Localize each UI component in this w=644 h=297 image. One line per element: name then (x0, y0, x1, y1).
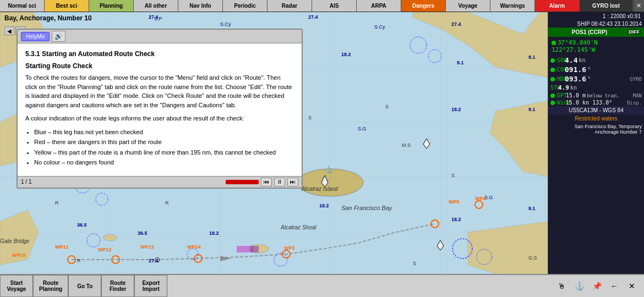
route-planning-label: Route (43, 280, 58, 286)
help-paragraph1: To check the routes for dangers, move th… (25, 73, 294, 109)
top-navigation: Normal sci Best sci Planning All other N… (0, 0, 644, 12)
help-list: Blue – this leg has not yet been checked… (34, 128, 294, 167)
cursor-icon[interactable]: 🖱 (555, 279, 568, 293)
scale-value: 1 : 22000 x0.91 (603, 13, 641, 19)
ship-time: SHIP 08:42:43 23.10.2014 (548, 20, 644, 28)
route-planning-label2: Planning (39, 286, 62, 292)
pos-label: POS1 (CCRP) (572, 29, 607, 35)
dpt-row: DPT 15.0 m below tran. MAN (548, 92, 644, 99)
dpt-extra: MAN (633, 93, 642, 98)
progress-bar (226, 180, 259, 184)
pos-diff: DIFF (627, 29, 641, 35)
hdg-row: HDG 093.6 ° GYRO (548, 74, 644, 84)
map-title: Bay, Anchorage, Number 10 (4, 14, 92, 22)
go-to-button[interactable]: Go To (68, 275, 101, 297)
nav-radar[interactable]: Radar (268, 0, 312, 12)
wind-label: Wind (557, 100, 565, 106)
lon-line: 122°27.145'W (552, 46, 641, 53)
hdg-unit: ° (587, 76, 591, 82)
datum-bar: US5CA13M - WGS 84 (548, 106, 644, 114)
nav-planning[interactable]: Planning (89, 0, 134, 12)
sog-row: SOG 4.4 kn (548, 56, 644, 65)
bookmark-icon[interactable]: 📌 (590, 279, 603, 293)
nav-arpa[interactable]: ARPA (357, 0, 401, 12)
help-title2: Starting Route Check (25, 61, 294, 71)
hdg-extra: GYRO (630, 76, 642, 82)
start-voyage-button[interactable]: Start Voyage (0, 275, 33, 297)
wind-extra: Disp. (627, 100, 642, 106)
start-voyage-label: Start (10, 280, 23, 286)
right-panel: 1 : 22000 x0.91 SHIP 08:42:43 23.10.2014… (548, 12, 644, 274)
help-paragraph2: A colour indication of the route legs in… (25, 114, 294, 123)
lat-value: 37°49.040'N (558, 39, 598, 46)
nav-gyro-lost[interactable]: GYRO lost (580, 0, 633, 12)
arrow-left-icon[interactable]: ← (608, 279, 621, 293)
cog-value: 091.6 (565, 65, 586, 74)
nav-best-sci[interactable]: Best sci (45, 0, 89, 12)
close-button[interactable]: ✕ (633, 0, 644, 12)
sog-dot (550, 58, 555, 63)
stw-unit: kn (570, 85, 577, 91)
nav-nav-info[interactable]: Nav Info (178, 0, 223, 12)
wind-row: Wind 15.0 kn 133.0° Disp. (548, 99, 644, 106)
nav-warnings[interactable]: Warnings (490, 0, 535, 12)
help-dialog-footer: 1 / 1 ⏮ ⏸ ⏭ (18, 176, 302, 188)
help-dialog-titlebar: HelpMe 🔊 (21, 31, 66, 42)
helpme-button[interactable]: HelpMe (21, 32, 50, 41)
wind-value: 15.0 kn 133.0° (566, 100, 612, 106)
anchor-icon[interactable]: ⚓ (572, 279, 586, 293)
map-area[interactable]: S.P S.Cy S.Cy S.G M.S S S S S S.G S R R … (0, 12, 548, 274)
help-dialog-header: HelpMe 🔊 (18, 30, 302, 43)
help-title1: 5.3.1 Starting an Automated Route Check (25, 49, 294, 59)
help-list-item-4: No colour – no dangers found (34, 158, 294, 167)
dpt-dot (550, 94, 555, 98)
page-indicator: 1 / 1 (21, 179, 31, 185)
route-planning-button[interactable]: Route Planning (33, 275, 68, 297)
export-import-label: Export (142, 280, 160, 286)
nav-voyage[interactable]: Voyage (446, 0, 490, 12)
coords: 37°49.040'N 122°27.145'W (548, 37, 644, 56)
cog-dot (550, 68, 555, 72)
nav-ais[interactable]: AIS (312, 0, 357, 12)
help-dialog-content: 5.3.1 Starting an Automated Route Check … (18, 43, 302, 176)
stw-value: 4.9 (558, 84, 569, 91)
hdg-dot (550, 77, 555, 81)
nav-alarm[interactable]: Alarm (535, 0, 580, 12)
nav-back-button[interactable]: ◀ (4, 26, 14, 35)
bottom-toolbar: Start Voyage Route Planning Go To Route … (0, 274, 644, 297)
footer-prev-button[interactable]: ⏮ (261, 178, 272, 186)
cog-unit: ° (587, 67, 591, 73)
bottom-right-icons: 🖱 ⚓ 📌 ← ✕ (555, 275, 644, 297)
pos-panel: POS1 (CCRP) DIFF (548, 28, 644, 37)
start-voyage-label2: Voyage (7, 286, 26, 292)
nav-dangers[interactable]: Dangers (401, 0, 446, 12)
cog-row: COG 091.6 ° (548, 65, 644, 74)
dpt-label: DPT (557, 92, 565, 98)
help-list-item-3: Yellow – this part of the route is a rhu… (34, 148, 294, 157)
wind-dot (550, 101, 555, 105)
lon-value: 122°27.145'W (552, 46, 595, 53)
close-map-icon[interactable]: ✕ (625, 279, 638, 293)
export-import-button[interactable]: Export Import (134, 275, 167, 297)
stw-row: STW 4.9 kn (548, 84, 644, 92)
export-import-label2: Import (143, 286, 160, 292)
route-finder-label2: Finder (110, 286, 127, 292)
help-dialog: HelpMe 🔊 5.3.1 Starting an Automated Rou… (17, 29, 303, 189)
dpt-value: 15.0 m (566, 92, 586, 98)
lat-dot (552, 41, 556, 45)
route-finder-button[interactable]: Route Finder (101, 275, 134, 297)
anchorage-bar: San Francisco Bay, Temporary Anchorage N… (548, 123, 644, 136)
help-list-item-1: Blue – this leg has not yet been checked (34, 128, 294, 137)
hdg-value: 093.6 (565, 75, 586, 83)
sog-value: 4.4 (565, 56, 577, 64)
nav-all-other[interactable]: All other (134, 0, 178, 12)
footer-pause-button[interactable]: ⏸ (274, 178, 285, 186)
restricted-bar: Restricted waters (548, 114, 644, 123)
footer-next-button[interactable]: ⏭ (287, 178, 298, 186)
sound-button[interactable]: 🔊 (52, 31, 66, 42)
nav-periodic[interactable]: Periodic (223, 0, 268, 12)
route-finder-label: Route (110, 280, 125, 286)
nav-normal-sci[interactable]: Normal sci (0, 0, 45, 12)
go-to-label: Go To (77, 283, 92, 289)
help-list-item-2: Red – there are dangers in this part of … (34, 138, 294, 147)
